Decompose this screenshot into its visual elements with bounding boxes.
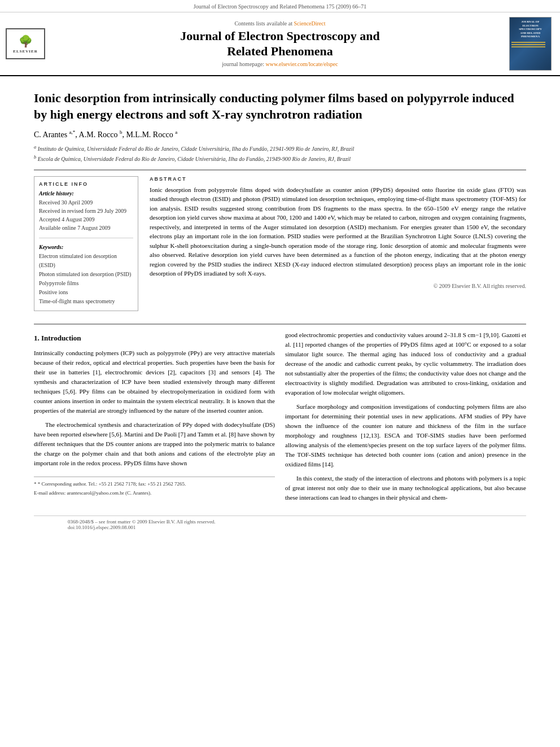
intro-para-2: The electrochemical synthesis and charac…	[34, 420, 275, 468]
available-date: Available online 7 August 2009	[39, 224, 133, 232]
intro-para-1: Intrinsically conducting polymers (ICP) …	[34, 348, 275, 416]
journal-header: 🌳 ELSEVIER Contents lists available at S…	[0, 12, 560, 76]
sciencedirect-link[interactable]: ScienceDirect	[294, 20, 325, 27]
journal-title-block: Contents lists available at ScienceDirec…	[51, 20, 509, 67]
content-area: Ionic desorption from intrinsically cond…	[0, 76, 560, 539]
keyword-4: Positive ions	[39, 288, 133, 297]
elsevier-logo: 🌳 ELSEVIER	[6, 28, 51, 59]
abstract-label: ABSTRACT	[150, 176, 526, 182]
authors-line: C. Arantes a,*, A.M. Rocco b, M.L.M. Roc…	[34, 129, 526, 139]
received-date: Received 30 April 2009	[39, 198, 133, 207]
top-bar: Journal of Electron Spectroscopy and Rel…	[0, 0, 560, 12]
main-col-right: good electrochromic properties and condu…	[285, 330, 526, 508]
revised-date: Received in revised form 29 July 2009	[39, 207, 133, 215]
footnote-star-text: * Corresponding author. Tel.: +55 21 256…	[38, 481, 186, 487]
affiliations: a Instituto de Química, Universidade Fed…	[34, 144, 526, 164]
keyword-5: Time-of-flight mass spectrometry	[39, 297, 133, 306]
article-info-box: ARTICLE INFO Article history: Received 3…	[34, 176, 138, 311]
article-info-label: ARTICLE INFO	[39, 181, 133, 187]
abstract-col: ABSTRACT Ionic desorption from polypyrro…	[150, 176, 526, 317]
elsevier-logo-box: 🌳 ELSEVIER	[6, 28, 45, 59]
intro-para-5: In this context, the study of the intera…	[285, 474, 526, 503]
issn-line: 0368-2048/$ – see front matter © 2009 El…	[68, 519, 492, 525]
doi-line: doi:10.1016/j.elspec.2009.08.001	[68, 525, 492, 530]
journal-cover-image: JOURNAL OFELECTRONSPECTROSCOPYAND RELATE…	[509, 17, 554, 71]
main-col-left: 1. Introduction Intrinsically conducting…	[34, 330, 275, 508]
article-history: Article history: Received 30 April 2009 …	[39, 190, 133, 232]
contents-available-line: Contents lists available at ScienceDirec…	[51, 20, 509, 27]
affiliation-a: a Instituto de Química, Universidade Fed…	[34, 144, 526, 153]
abstract-text: Ionic desorption from polypyrrole films …	[150, 185, 526, 278]
copyright-line: © 2009 Elsevier B.V. All rights reserved…	[150, 283, 526, 289]
journal-citation: Journal of Electron Spectroscopy and Rel…	[194, 3, 366, 10]
page-wrapper: Journal of Electron Spectroscopy and Rel…	[0, 0, 560, 747]
journal-homepage: journal homepage: www.elsevier.com/locat…	[51, 61, 509, 67]
main-divider	[34, 324, 526, 325]
history-label: Article history:	[39, 190, 133, 196]
article-info-abstract-section: ARTICLE INFO Article history: Received 3…	[34, 176, 526, 317]
keyword-1: Electron stimulated ion desorption (ESID…	[39, 252, 133, 270]
cover-box-title: JOURNAL OFELECTRONSPECTROSCOPYAND RELATE…	[519, 20, 542, 39]
section-divider	[34, 169, 526, 171]
cover-box-decoration	[511, 41, 549, 49]
article-info-col: ARTICLE INFO Article history: Received 3…	[34, 176, 138, 317]
footnote-email: E-mail address: arantescarol@yahoo.com.b…	[34, 490, 275, 497]
footnote-star: * * Corresponding author. Tel.: +55 21 2…	[34, 480, 275, 488]
intro-heading: 1. Introduction	[34, 333, 275, 344]
homepage-link[interactable]: www.elsevier.com/locate/elspec	[266, 61, 338, 67]
cover-box: JOURNAL OFELECTRONSPECTROSCOPYAND RELATE…	[509, 17, 552, 71]
keywords-section: Keywords: Electron stimulated ion desorp…	[39, 244, 133, 306]
footnote-section: * * Corresponding author. Tel.: +55 21 2…	[34, 477, 275, 496]
article-title: Ionic desorption from intrinsically cond…	[34, 90, 526, 123]
info-divider	[39, 238, 133, 238]
elsevier-wordmark: ELSEVIER	[13, 49, 37, 54]
keyword-2: Photon stimulated ion desorption (PSID)	[39, 270, 133, 279]
intro-para-4: Surface morphology and composition inves…	[285, 402, 526, 469]
intro-para-3: good electrochromic properties and condu…	[285, 330, 526, 397]
bottom-bar: 0368-2048/$ – see front matter © 2009 El…	[34, 516, 526, 530]
accepted-date: Accepted 4 August 2009	[39, 215, 133, 224]
keyword-3: Polypyrrole films	[39, 279, 133, 288]
affiliation-b: b Escola de Química, Universidade Federa…	[34, 154, 526, 163]
keywords-label: Keywords:	[39, 244, 133, 250]
footnote-star-symbol: *	[34, 481, 38, 487]
elsevier-tree-icon: 🌳	[19, 34, 33, 48]
main-body: 1. Introduction Intrinsically conducting…	[34, 330, 526, 508]
journal-main-title: Journal of Electron Spectroscopy and Rel…	[51, 29, 509, 59]
